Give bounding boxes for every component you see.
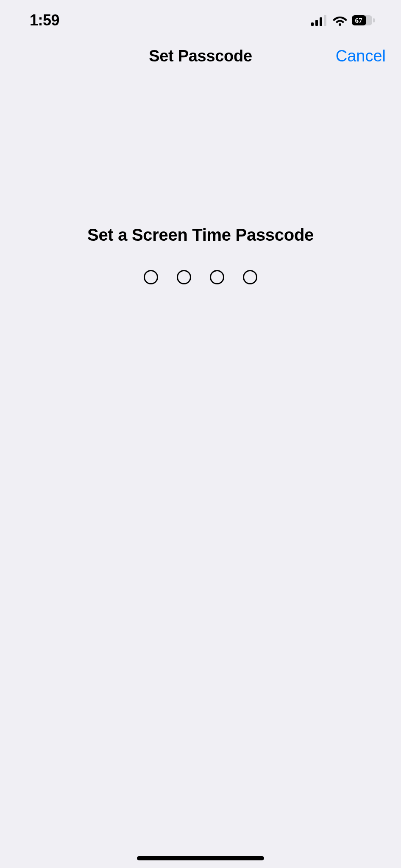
svg-rect-0 [311, 22, 314, 26]
passcode-input[interactable] [0, 270, 401, 284]
svg-rect-3 [324, 15, 326, 26]
svg-rect-7 [373, 18, 375, 22]
passcode-digit-3 [210, 270, 224, 284]
svg-rect-1 [315, 20, 318, 26]
svg-text:67: 67 [355, 17, 363, 25]
navigation-bar: Set Passcode Cancel [0, 39, 401, 73]
passcode-prompt: Set a Screen Time Passcode [0, 225, 401, 245]
home-indicator[interactable] [137, 856, 264, 860]
svg-point-4 [339, 23, 341, 26]
page-title: Set Passcode [149, 47, 252, 65]
wifi-icon [332, 15, 348, 26]
cellular-signal-icon [311, 15, 328, 26]
cancel-button[interactable]: Cancel [336, 47, 386, 65]
content-area: Set a Screen Time Passcode [0, 225, 401, 284]
status-indicators: 67 [311, 15, 376, 26]
status-time: 1:59 [30, 11, 59, 29]
svg-rect-2 [320, 17, 322, 26]
passcode-digit-2 [177, 270, 191, 284]
status-bar: 1:59 67 [0, 0, 401, 30]
passcode-digit-1 [144, 270, 158, 284]
battery-icon: 67 [352, 15, 376, 26]
passcode-digit-4 [243, 270, 257, 284]
